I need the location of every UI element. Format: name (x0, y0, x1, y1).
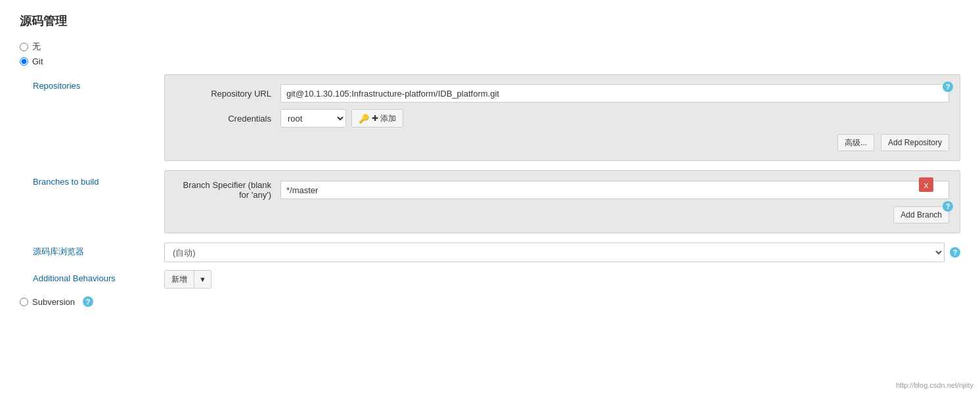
add-branch-button[interactable]: Add Branch (893, 206, 949, 223)
add-behaviour-main-button[interactable]: 新增 (165, 271, 194, 288)
repo-url-input[interactable] (280, 84, 949, 103)
branches-label: Branches to build (33, 170, 164, 187)
radio-subversion-label[interactable]: Subversion (32, 297, 75, 307)
key-icon: 🔑 (359, 114, 369, 124)
branch-specifier-label: Branch Specifier (blank for 'any') (175, 180, 280, 200)
delete-branch-button[interactable]: x (919, 177, 933, 192)
source-browser-help-icon[interactable]: ? (950, 247, 960, 258)
branches-content: x ? Branch Specifier (blank for 'any') A… (164, 170, 960, 233)
add-repository-button[interactable]: Add Repository (881, 134, 949, 151)
additional-behaviours-content: 新增 ▼ (164, 270, 960, 289)
credentials-select[interactable]: root - 无 - (280, 109, 346, 127)
git-section-block: Repositories ? Repository URL Credential… (33, 74, 960, 289)
source-browser-row: 源码库浏览器 (自动) ? (33, 243, 960, 262)
credentials-row: Credentials root - 无 - 🔑 ✚ 添加 (175, 109, 949, 127)
repo-buttons-row: 高级... Add Repository (175, 134, 949, 151)
branches-box: x ? Branch Specifier (blank for 'any') A… (164, 170, 960, 233)
source-browser-content: (自动) ? (164, 243, 960, 262)
radio-none-group: 无 (20, 41, 960, 53)
branch-specifier-input[interactable] (280, 181, 949, 199)
repositories-row: Repositories ? Repository URL Credential… (33, 74, 960, 161)
add-credentials-button[interactable]: 🔑 ✚ 添加 (351, 109, 403, 127)
radio-subversion[interactable] (20, 298, 28, 306)
source-browser-select[interactable]: (自动) (164, 243, 945, 262)
repo-url-label: Repository URL (175, 89, 280, 99)
repositories-content: ? Repository URL Credentials root - 无 - (164, 74, 960, 161)
radio-git-label[interactable]: Git (32, 57, 43, 66)
add-behaviour-button[interactable]: 新增 ▼ (164, 270, 212, 289)
watermark: http://blog.csdn.net/njiity (896, 381, 973, 389)
radio-none-label[interactable]: 无 (32, 41, 41, 53)
branch-buttons-row: Add Branch (175, 206, 949, 223)
page-title: 源码管理 (20, 13, 960, 29)
branches-row: Branches to build x ? Branch Specifier (… (33, 170, 960, 233)
repo-url-row: Repository URL (175, 84, 949, 103)
page-container: 源码管理 无 Git Repositories ? Repository URL (0, 0, 980, 393)
repo-box: ? Repository URL Credentials root - 无 - (164, 74, 960, 161)
credentials-label: Credentials (175, 114, 280, 124)
subversion-help-icon[interactable]: ? (83, 296, 93, 307)
branches-help-icon[interactable]: ? (943, 201, 953, 212)
repositories-label: Repositories (33, 74, 164, 91)
add-cred-label: ✚ 添加 (372, 113, 396, 124)
advanced-button[interactable]: 高级... (837, 134, 874, 151)
credentials-controls: root - 无 - 🔑 ✚ 添加 (280, 109, 403, 127)
additional-behaviours-label: Additional Behaviours (33, 270, 164, 283)
radio-git[interactable] (20, 57, 28, 66)
radio-none[interactable] (20, 43, 28, 51)
branch-specifier-row: Branch Specifier (blank for 'any') (175, 180, 949, 200)
source-browser-label: 源码库浏览器 (33, 243, 164, 258)
add-behaviour-caret-button[interactable]: ▼ (194, 271, 211, 288)
radio-subversion-group: Subversion ? (20, 296, 960, 307)
repo-help-icon[interactable]: ? (943, 81, 953, 92)
additional-behaviours-row: Additional Behaviours 新增 ▼ (33, 270, 960, 289)
radio-git-group: Git (20, 57, 960, 66)
